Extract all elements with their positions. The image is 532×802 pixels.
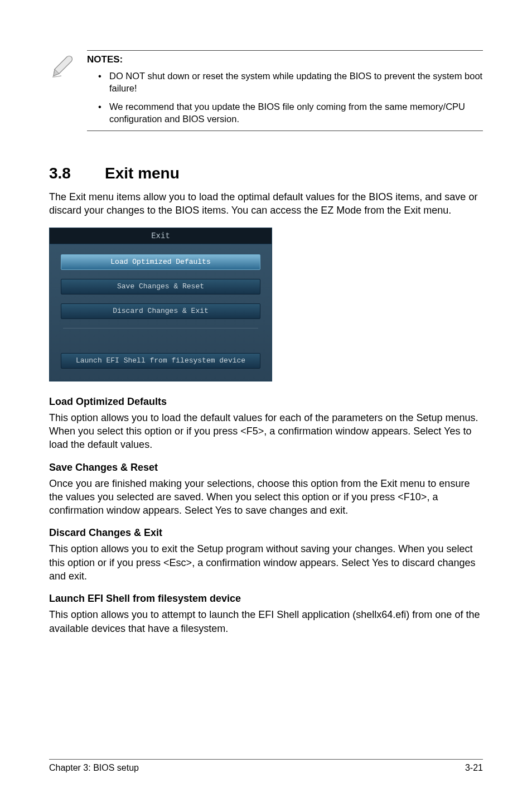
launch-efi-shell-button[interactable]: Launch EFI Shell from filesystem device: [61, 353, 260, 369]
dialog-divider: [63, 328, 258, 328]
save-changes-reset-button[interactable]: Save Changes & Reset: [61, 279, 260, 294]
section-number: 3.8: [49, 165, 105, 182]
section-intro: The Exit menu items allow you to load th…: [49, 190, 483, 218]
note-pen-icon: [49, 50, 77, 83]
launch-efi-shell-heading: Launch EFI Shell from filesystem device: [49, 593, 483, 605]
launch-efi-shell-text: This option allows you to attempt to lau…: [49, 608, 483, 635]
discard-changes-exit-heading: Discard Changes & Exit: [49, 527, 483, 539]
notes-block: NOTES: DO NOT shut down or reset the sys…: [49, 50, 483, 131]
load-optimized-defaults-button[interactable]: Load Optimized Defaults: [61, 254, 260, 270]
footer-rule: [49, 759, 483, 760]
save-changes-reset-text: Once you are finished making your select…: [49, 477, 483, 518]
section-heading: 3.8Exit menu: [49, 165, 483, 182]
notes-item: DO NOT shut down or reset the system whi…: [98, 70, 483, 95]
notes-content: NOTES: DO NOT shut down or reset the sys…: [87, 50, 483, 131]
save-changes-reset-heading: Save Changes & Reset: [49, 462, 483, 474]
notes-heading: NOTES:: [87, 54, 483, 65]
discard-changes-exit-button[interactable]: Discard Changes & Exit: [61, 303, 260, 319]
footer-chapter: Chapter 3: BIOS setup: [49, 763, 139, 773]
footer-page-number: 3-21: [465, 763, 483, 773]
exit-dialog-title: Exit: [50, 228, 272, 244]
exit-dialog-body: Load Optimized Defaults Save Changes & R…: [50, 244, 272, 373]
page-footer: Chapter 3: BIOS setup 3-21: [49, 759, 483, 773]
exit-dialog: Exit Load Optimized Defaults Save Change…: [49, 228, 272, 381]
load-optimized-defaults-heading: Load Optimized Defaults: [49, 396, 483, 408]
discard-changes-exit-text: This option allows you to exit the Setup…: [49, 542, 483, 583]
load-optimized-defaults-text: This option allows you to load the defau…: [49, 411, 483, 452]
section-title: Exit menu: [105, 165, 180, 182]
notes-item: We recommend that you update the BIOS fi…: [98, 100, 483, 125]
